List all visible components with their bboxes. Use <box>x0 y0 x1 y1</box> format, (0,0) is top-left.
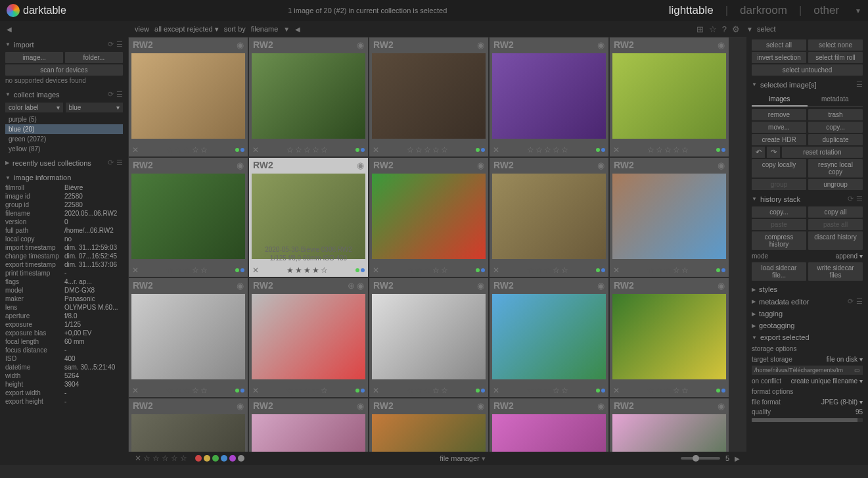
thumb-rating[interactable]: ★★★☆☆ <box>166 266 208 275</box>
rating-filter[interactable]: ✕☆☆☆☆☆ <box>135 454 187 463</box>
thumbnail[interactable]: RW2◉✕★★★☆☆ <box>128 37 248 157</box>
collect-filterby-select[interactable]: color label▾ <box>5 103 63 112</box>
reset-icon[interactable]: ⟳ <box>108 158 114 167</box>
help-icon[interactable]: ? <box>722 24 727 34</box>
thumbnail[interactable]: RW2◉✕★★★☆☆ <box>128 277 248 398</box>
reset-icon[interactable]: ⟳ <box>108 40 114 49</box>
reject-icon[interactable]: ✕ <box>252 386 259 395</box>
grid-icon[interactable]: ⊞ <box>697 24 704 34</box>
geotagging-header[interactable]: ▶geotagging <box>752 320 863 331</box>
reject-icon[interactable]: ✕ <box>252 145 259 155</box>
recent-header[interactable]: ▶recently used collections ⟳☰ <box>5 156 123 169</box>
scan-devices-button[interactable]: scan for devices <box>5 64 123 76</box>
thumbnail[interactable]: RW2◉✕★★★☆☆ <box>609 277 729 398</box>
thumbnail[interactable]: RW2◉ <box>248 398 369 452</box>
history-copy-all-button[interactable]: copy all <box>808 206 863 218</box>
thumbnail[interactable]: RW2◉✕★★★☆☆ <box>369 157 489 277</box>
thumbnail[interactable]: RW2◉ <box>128 398 248 452</box>
thumb-rating[interactable]: ★★★☆☆ <box>407 386 448 395</box>
filter-dropdown[interactable]: all except rejected ▾ <box>154 25 219 34</box>
ungroup-button[interactable]: ungroup <box>808 179 863 190</box>
thumb-rating[interactable]: ★★★☆☆ <box>166 386 208 395</box>
panel-collapse-left[interactable]: ◀ <box>7 26 12 33</box>
reject-icon[interactable]: ✕ <box>493 386 499 395</box>
reject-icon[interactable]: ✕ <box>373 266 379 275</box>
thumbnail[interactable]: RW2◉ <box>369 398 489 452</box>
export-path-input[interactable]: /home/nilvus/Téléchargements/Im <box>754 367 852 373</box>
preset-icon[interactable]: ☰ <box>856 297 863 306</box>
compress-history-button[interactable]: compress history <box>752 231 806 250</box>
select-module-title[interactable]: select <box>757 25 861 33</box>
conflict-select[interactable]: create unique filename ▾ <box>791 377 863 385</box>
thumb-rating[interactable]: ★★★☆☆ <box>407 266 448 275</box>
thumbnail[interactable]: RW2◉✕★★★☆☆ <box>489 277 609 398</box>
remove-button[interactable]: remove <box>752 109 806 120</box>
tab-images[interactable]: images <box>752 93 808 107</box>
view-mode-select[interactable]: file manager <box>440 454 480 462</box>
thumb-rating[interactable]: ★★★☆☆ <box>527 386 568 395</box>
chevron-down-icon[interactable]: ▼ <box>855 7 861 14</box>
export-header[interactable]: ▼export selected <box>752 331 863 343</box>
filter-item[interactable]: green (2072) <box>5 134 123 144</box>
thumbnail[interactable]: RW2◉✕★★★☆☆ <box>369 277 489 398</box>
panel-collapse-right[interactable]: ▼ <box>746 26 753 33</box>
reject-icon[interactable]: ✕ <box>132 145 139 155</box>
invert-selection-button[interactable]: invert selection <box>752 52 806 63</box>
select-untouched-button[interactable]: select untouched <box>752 64 863 76</box>
sort-dropdown[interactable]: filename <box>251 25 279 33</box>
reset-rotation-button[interactable]: reset rotation <box>782 147 863 158</box>
reject-icon[interactable]: ✕ <box>373 145 379 155</box>
sort-dir-icon[interactable]: ▼ <box>283 26 290 33</box>
thumb-rating[interactable]: ☆☆☆☆☆ <box>527 145 568 155</box>
history-paste-all-button[interactable]: paste all <box>808 219 863 230</box>
mode-lighttable[interactable]: lighttable <box>669 4 714 17</box>
mode-other[interactable]: other <box>813 4 839 17</box>
import-header[interactable]: ▼import ⟳☰ <box>5 38 123 51</box>
create-hdr-button[interactable]: create HDR <box>752 134 806 145</box>
info-header[interactable]: ▼image information <box>5 172 123 183</box>
reject-icon[interactable]: ✕ <box>613 145 620 155</box>
reject-icon[interactable]: ✕ <box>132 386 139 395</box>
copy-locally-button[interactable]: copy locally <box>752 159 806 178</box>
target-storage-select[interactable]: file on disk ▾ <box>827 356 863 363</box>
thumbnail[interactable]: RW2◉2020-05-30-Bièvre 0306.RW21/125 f/8,… <box>248 157 369 277</box>
thumb-rating[interactable]: ★★★★☆ <box>286 386 328 395</box>
select-film-roll-button[interactable]: select film roll <box>808 52 863 63</box>
preset-icon[interactable]: ☰ <box>856 80 863 89</box>
chevron-left-icon[interactable]: ◀ <box>295 26 300 33</box>
duplicate-button[interactable]: duplicate <box>808 134 863 145</box>
file-format-select[interactable]: JPEG (8-bit) ▾ <box>821 398 863 406</box>
discard-history-button[interactable]: discard history <box>808 231 863 250</box>
thumbnail[interactable]: RW2◉✕☆☆☆☆☆ <box>489 37 609 157</box>
thumbnail[interactable]: RW2⊕◉✕★★★★☆ <box>248 277 369 398</box>
thumbnail[interactable]: RW2◉✕★★★☆☆ <box>128 157 248 277</box>
reject-icon[interactable]: ✕ <box>132 266 139 275</box>
thumbnail[interactable]: RW2◉✕☆☆☆☆☆ <box>369 37 489 157</box>
thumb-rating[interactable]: ★★★★☆ <box>286 266 328 275</box>
filter-item[interactable]: purple (5) <box>5 114 123 124</box>
thumbnail[interactable]: RW2◉ <box>609 398 729 452</box>
history-mode-select[interactable]: append ▾ <box>836 252 863 260</box>
thumbnail[interactable]: RW2◉✕☆☆☆☆☆ <box>609 37 729 157</box>
preset-icon[interactable]: ☰ <box>116 40 123 49</box>
reset-icon[interactable]: ⟳ <box>848 297 854 306</box>
move-button[interactable]: move... <box>752 122 806 133</box>
zoom-slider[interactable] <box>681 457 720 460</box>
reject-icon[interactable]: ✕ <box>493 266 499 275</box>
preset-icon[interactable]: ☰ <box>856 195 863 203</box>
reset-icon[interactable]: ⟳ <box>848 195 854 203</box>
thumb-rating[interactable]: ★★★☆☆ <box>647 386 689 395</box>
history-paste-button[interactable]: paste <box>752 219 806 230</box>
thumbnail[interactable]: RW2◉✕☆☆☆☆☆ <box>248 37 369 157</box>
styles-header[interactable]: ▶styles <box>752 283 863 295</box>
thumbnail[interactable]: RW2◉ <box>489 398 609 452</box>
thumbnail[interactable]: RW2◉✕★★★☆☆ <box>489 157 609 277</box>
preset-icon[interactable]: ☰ <box>116 90 123 99</box>
filter-item[interactable]: blue (20) <box>5 124 123 134</box>
thumb-rating[interactable]: ★★★☆☆ <box>166 145 208 155</box>
thumb-rating[interactable]: ☆☆☆☆☆ <box>286 145 328 155</box>
resync-button[interactable]: resync local copy <box>808 159 863 178</box>
thumb-rating[interactable]: ★★★☆☆ <box>647 266 689 275</box>
reject-icon[interactable]: ✕ <box>613 266 620 275</box>
chevron-right-icon[interactable]: ▶ <box>735 455 740 462</box>
